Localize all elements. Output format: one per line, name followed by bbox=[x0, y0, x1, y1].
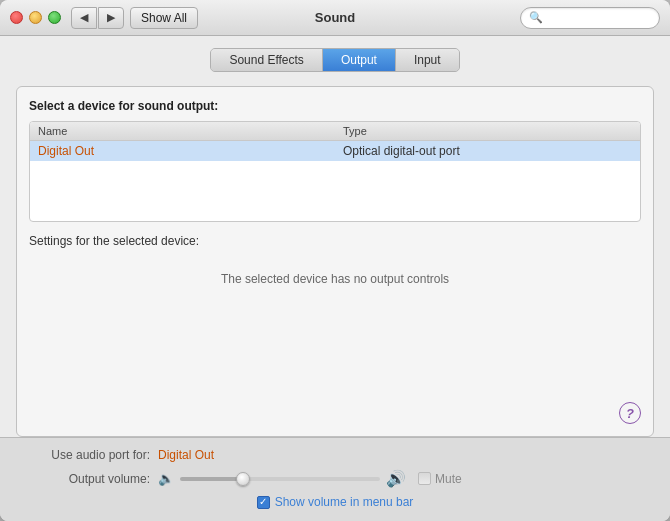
window: ◀ ▶ Show All Sound 🔍 Sound Effects Outpu… bbox=[0, 0, 670, 521]
help-area: ? bbox=[29, 402, 641, 424]
minimize-button[interactable] bbox=[29, 11, 42, 24]
show-volume-row: ✓ Show volume in menu bar bbox=[20, 495, 650, 509]
tab-output[interactable]: Output bbox=[323, 49, 396, 71]
device-name-cell: Digital Out bbox=[30, 144, 335, 158]
content: Sound Effects Output Input Select a devi… bbox=[0, 36, 670, 437]
close-button[interactable] bbox=[10, 11, 23, 24]
no-controls-message: The selected device has no output contro… bbox=[29, 256, 641, 302]
table-body: Digital Out Optical digital-out port bbox=[30, 141, 640, 221]
output-panel: Select a device for sound output: Name T… bbox=[16, 86, 654, 437]
back-button[interactable]: ◀ bbox=[71, 7, 97, 29]
show-volume-checkbox[interactable]: ✓ bbox=[257, 496, 270, 509]
audio-port-value: Digital Out bbox=[158, 448, 214, 462]
forward-button[interactable]: ▶ bbox=[98, 7, 124, 29]
nav-buttons: ◀ ▶ bbox=[71, 7, 124, 29]
audio-port-row: Use audio port for: Digital Out bbox=[20, 448, 650, 462]
volume-high-icon: 🔊 bbox=[386, 469, 406, 488]
search-box[interactable]: 🔍 bbox=[520, 7, 660, 29]
settings-label: Settings for the selected device: bbox=[29, 234, 641, 248]
show-volume-label: Show volume in menu bar bbox=[275, 495, 414, 509]
tabs: Sound Effects Output Input bbox=[210, 48, 459, 72]
col-type-header: Type bbox=[335, 125, 640, 137]
traffic-lights bbox=[10, 11, 61, 24]
tab-sound-effects[interactable]: Sound Effects bbox=[211, 49, 323, 71]
table-empty-space bbox=[30, 161, 640, 221]
tab-input[interactable]: Input bbox=[396, 49, 459, 71]
maximize-button[interactable] bbox=[48, 11, 61, 24]
panel-heading: Select a device for sound output: bbox=[29, 99, 641, 113]
mute-checkbox[interactable] bbox=[418, 472, 431, 485]
table-row[interactable]: Digital Out Optical digital-out port bbox=[30, 141, 640, 161]
col-name-header: Name bbox=[30, 125, 335, 137]
device-table: Name Type Digital Out Optical digital-ou… bbox=[29, 121, 641, 222]
titlebar: ◀ ▶ Show All Sound 🔍 bbox=[0, 0, 670, 36]
checkmark-icon: ✓ bbox=[259, 497, 267, 507]
table-header: Name Type bbox=[30, 122, 640, 141]
bottom-bar: Use audio port for: Digital Out Output v… bbox=[0, 437, 670, 521]
volume-slider-track[interactable] bbox=[180, 477, 380, 481]
device-type-cell: Optical digital-out port bbox=[335, 144, 640, 158]
volume-slider-thumb[interactable] bbox=[236, 472, 250, 486]
audio-port-label: Use audio port for: bbox=[20, 448, 150, 462]
volume-row: Output volume: 🔈 🔊 Mute bbox=[20, 469, 650, 488]
volume-label: Output volume: bbox=[20, 472, 150, 486]
show-all-button[interactable]: Show All bbox=[130, 7, 198, 29]
mute-label: Mute bbox=[435, 472, 462, 486]
help-button[interactable]: ? bbox=[619, 402, 641, 424]
mute-area: Mute bbox=[418, 472, 462, 486]
tabs-container: Sound Effects Output Input bbox=[16, 48, 654, 72]
search-icon: 🔍 bbox=[529, 11, 543, 24]
window-title: Sound bbox=[315, 10, 355, 25]
search-input[interactable] bbox=[547, 11, 651, 25]
volume-low-icon: 🔈 bbox=[158, 471, 174, 486]
